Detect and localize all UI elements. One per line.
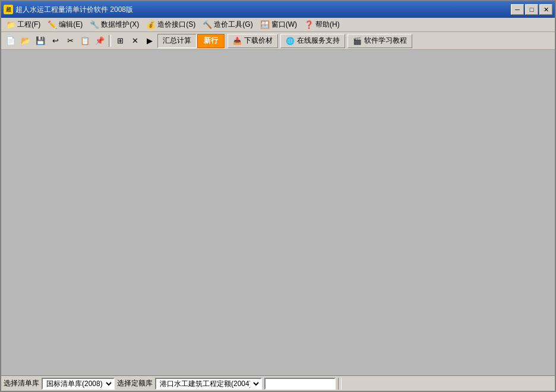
corner-resize[interactable] bbox=[344, 378, 352, 390]
save-icon: 💾 bbox=[36, 36, 45, 45]
cut-icon: ✂ bbox=[67, 36, 74, 45]
tutorial-button[interactable]: 🎬 软件学习教程 bbox=[348, 34, 412, 48]
menu-help[interactable]: ❓ 帮助(H) bbox=[301, 18, 343, 31]
status-bar: 选择清单库 国标清单库(2008) 选择定额库 港口水工建筑工程定额(2004) bbox=[1, 375, 555, 391]
menu-window[interactable]: 🪟 窗口(W) bbox=[257, 18, 301, 31]
menu-edit-label: 编辑(E) bbox=[59, 20, 83, 30]
menu-price-interface[interactable]: 💰 造价接口(S) bbox=[143, 18, 199, 31]
open-icon: 📂 bbox=[21, 36, 30, 45]
window-icon: 🪟 bbox=[260, 20, 270, 30]
datamaint-icon: 🔧 bbox=[90, 20, 99, 30]
minimize-button[interactable]: ─ bbox=[511, 4, 524, 15]
main-window: 超 超人水运工程量清单计价软件 2008版 ─ □ ✕ 📁 工程(F) ✏️ 编… bbox=[0, 0, 556, 392]
online-support-button[interactable]: 🌐 在线服务支持 bbox=[280, 34, 345, 48]
copy-icon: 📋 bbox=[80, 36, 90, 45]
main-content bbox=[1, 50, 555, 375]
play-icon: ▶ bbox=[147, 36, 153, 45]
calc-button-label: 汇总计算 bbox=[163, 36, 191, 46]
download-price-button[interactable]: 📥 下载价材 bbox=[228, 34, 278, 48]
title-bar-left: 超 超人水运工程量清单计价软件 2008版 bbox=[4, 5, 133, 15]
paste-icon: 📌 bbox=[95, 36, 105, 45]
status-input[interactable] bbox=[264, 378, 336, 390]
new-button[interactable]: 📄 bbox=[4, 34, 18, 48]
toolbar: 📄 📂 💾 ↩ ✂ 📋 📌 ⊞ ✕ ▶ 汇总计算 bbox=[1, 32, 555, 50]
delete-button[interactable]: ✕ bbox=[128, 34, 142, 48]
edit-icon: ✏️ bbox=[48, 20, 57, 30]
menu-project[interactable]: 📁 工程(F) bbox=[2, 18, 44, 31]
tutorial-icon: 🎬 bbox=[353, 37, 362, 45]
menu-datamaint-label: 数据维护(X) bbox=[101, 20, 139, 30]
play-button[interactable]: ▶ bbox=[143, 34, 157, 48]
insert-button[interactable]: ⊞ bbox=[113, 34, 127, 48]
help-icon: ❓ bbox=[304, 20, 314, 30]
download-icon: 📥 bbox=[233, 37, 242, 45]
open-button[interactable]: 📂 bbox=[18, 34, 33, 48]
newrow-button[interactable]: 新行 bbox=[197, 34, 225, 48]
copy-button[interactable]: 📋 bbox=[78, 34, 92, 48]
delete-icon: ✕ bbox=[132, 36, 138, 45]
menu-price-tool-label: 造价工具(G) bbox=[214, 20, 252, 30]
menu-project-label: 工程(F) bbox=[17, 20, 40, 30]
close-button[interactable]: ✕ bbox=[539, 4, 552, 15]
menu-datamaint[interactable]: 🔧 数据维护(X) bbox=[86, 18, 143, 31]
newrow-button-label: 新行 bbox=[204, 36, 218, 46]
price-tool-icon: 🔨 bbox=[203, 20, 212, 30]
maximize-button[interactable]: □ bbox=[525, 4, 538, 15]
paste-button[interactable]: 📌 bbox=[93, 34, 107, 48]
menu-help-label: 帮助(H) bbox=[315, 20, 340, 30]
online-icon: 🌐 bbox=[286, 37, 295, 45]
quota-library-label: 选择定额库 bbox=[117, 378, 153, 388]
price-interface-icon: 💰 bbox=[146, 20, 156, 30]
project-icon: 📁 bbox=[6, 20, 15, 30]
menu-price-tool[interactable]: 🔨 造价工具(G) bbox=[199, 18, 256, 31]
window-title: 超人水运工程量清单计价软件 2008版 bbox=[15, 5, 133, 15]
cut-button[interactable]: ✂ bbox=[63, 34, 77, 48]
new-icon: 📄 bbox=[6, 36, 15, 45]
menu-window-label: 窗口(W) bbox=[271, 20, 297, 30]
insert-icon: ⊞ bbox=[117, 36, 124, 45]
undo-button[interactable]: ↩ bbox=[48, 34, 62, 48]
online-support-label: 在线服务支持 bbox=[297, 36, 340, 46]
download-price-label: 下载价材 bbox=[244, 36, 273, 46]
title-bar: 超 超人水运工程量清单计价软件 2008版 ─ □ ✕ bbox=[1, 1, 555, 18]
app-icon: 超 bbox=[4, 5, 13, 14]
save-button[interactable]: 💾 bbox=[33, 34, 48, 48]
menu-bar: 📁 工程(F) ✏️ 编辑(E) 🔧 数据维护(X) 💰 造价接口(S) 🔨 造… bbox=[1, 18, 555, 32]
toolbar-separator-1 bbox=[109, 35, 111, 47]
calc-button[interactable]: 汇总计算 bbox=[157, 34, 197, 48]
undo-icon: ↩ bbox=[52, 36, 59, 45]
bill-library-select[interactable]: 国标清单库(2008) bbox=[42, 378, 115, 390]
splitter-handle[interactable] bbox=[338, 378, 342, 390]
tutorial-label: 软件学习教程 bbox=[364, 36, 407, 46]
quota-library-select[interactable]: 港口水工建筑工程定额(2004) bbox=[155, 378, 262, 390]
title-bar-buttons: ─ □ ✕ bbox=[511, 4, 552, 15]
menu-edit[interactable]: ✏️ 编辑(E) bbox=[44, 18, 86, 31]
bill-library-label: 选择清单库 bbox=[4, 378, 39, 388]
menu-price-interface-label: 造价接口(S) bbox=[157, 20, 195, 30]
toolbar-right: 📥 下载价材 🌐 在线服务支持 🎬 软件学习教程 bbox=[228, 34, 412, 48]
